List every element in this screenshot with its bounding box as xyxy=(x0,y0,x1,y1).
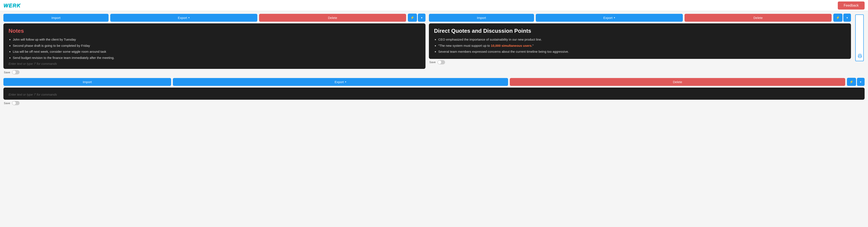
left-panel-title: Notes xyxy=(8,28,421,34)
right-chevron-button[interactable]: ▾ xyxy=(843,13,851,22)
right-delete-button[interactable]: Delete xyxy=(684,14,832,22)
bottom-save-row: Save xyxy=(3,101,865,105)
left-content-area: Notes John will follow up with the clien… xyxy=(3,24,426,69)
right-items-list: CEO emphasized the importance of sustain… xyxy=(434,37,846,54)
left-import-button[interactable]: Import xyxy=(3,14,108,22)
list-item: Lisa will be off next week, consider som… xyxy=(13,49,421,54)
right-import-button[interactable]: Import xyxy=(429,14,534,22)
highlight-text: 10,000 simultaneous users xyxy=(491,44,531,47)
right-content-area: Direct Quotes and Discussion Points CEO … xyxy=(429,24,851,59)
left-items-list: John will follow up with the client by T… xyxy=(8,37,421,60)
feedback-button[interactable]: Feedback xyxy=(838,1,865,9)
left-delete-button[interactable]: Delete xyxy=(259,14,406,22)
bottom-btn-group: ⚡ ▾ xyxy=(847,78,865,86)
left-placeholder[interactable]: Enter text or type '/' for commands xyxy=(8,62,421,66)
right-toolbar: Import Export ▾ Delete ⚡ ▾ xyxy=(429,13,851,22)
bottom-save-toggle[interactable] xyxy=(12,101,20,105)
left-chevron-button[interactable]: ▾ xyxy=(418,13,426,22)
right-panel-title: Direct Quotes and Discussion Points xyxy=(434,28,846,34)
bottom-placeholder[interactable]: Enter text or type '/' for commands xyxy=(8,93,860,96)
main-content: Import Export ▾ Delete ⚡ ▾ Notes John wi… xyxy=(0,11,868,108)
bottom-chevron-button[interactable]: ▾ xyxy=(857,78,865,86)
left-save-row: Save xyxy=(3,70,426,74)
right-icon-button[interactable]: ⚡ xyxy=(833,13,842,22)
right-sidebar xyxy=(855,13,865,61)
list-item: "The new system must support up to 10,00… xyxy=(438,43,846,48)
right-save-row: Save xyxy=(429,60,851,65)
bottom-export-caret-icon: ▾ xyxy=(345,81,346,83)
left-export-button[interactable]: Export ▾ xyxy=(110,14,257,22)
bottom-toolbar: Import Export ▾ Delete ⚡ ▾ xyxy=(3,78,865,86)
list-item: Second phase draft is going to be comple… xyxy=(13,43,421,48)
bottom-panel: Import Export ▾ Delete ⚡ ▾ Enter text or… xyxy=(3,78,865,105)
logo: WERK xyxy=(3,3,21,8)
list-item: Send budget revision to the finance team… xyxy=(13,55,421,60)
bottom-import-button[interactable]: Import xyxy=(3,78,171,86)
export-caret-icon: ▾ xyxy=(188,16,190,19)
right-export-caret-icon: ▾ xyxy=(614,16,615,19)
left-btn-group: ⚡ ▾ xyxy=(408,13,426,22)
bottom-save-label: Save xyxy=(4,102,10,105)
left-toolbar: Import Export ▾ Delete ⚡ ▾ xyxy=(3,13,426,22)
list-item: CEO emphasized the importance of sustain… xyxy=(438,37,846,42)
scroll-area[interactable] xyxy=(855,14,864,61)
top-row: Import Export ▾ Delete ⚡ ▾ Notes John wi… xyxy=(3,13,865,74)
right-save-label: Save xyxy=(429,61,436,64)
list-item: John will follow up with the client by T… xyxy=(13,37,421,42)
right-save-toggle[interactable] xyxy=(437,60,445,65)
header: WERK Feedback xyxy=(0,0,868,11)
bottom-delete-button[interactable]: Delete xyxy=(510,78,845,86)
bottom-content-area: Enter text or type '/' for commands xyxy=(3,87,865,100)
left-panel: Import Export ▾ Delete ⚡ ▾ Notes John wi… xyxy=(3,13,426,74)
bottom-export-button[interactable]: Export ▾ xyxy=(173,78,508,86)
left-save-toggle[interactable] xyxy=(12,70,20,74)
left-save-label: Save xyxy=(4,71,10,74)
bottom-icon-button[interactable]: ⚡ xyxy=(847,78,856,86)
svg-rect-0 xyxy=(859,56,861,58)
right-panel: Import Export ▾ Delete ⚡ ▾ Direct Quotes… xyxy=(429,13,851,65)
right-export-button[interactable]: Export ▾ xyxy=(536,14,683,22)
list-item: Several team members expressed concerns … xyxy=(438,49,846,54)
printer-icon xyxy=(858,54,862,59)
left-icon-button[interactable]: ⚡ xyxy=(408,13,417,22)
right-btn-group: ⚡ ▾ xyxy=(833,13,851,22)
